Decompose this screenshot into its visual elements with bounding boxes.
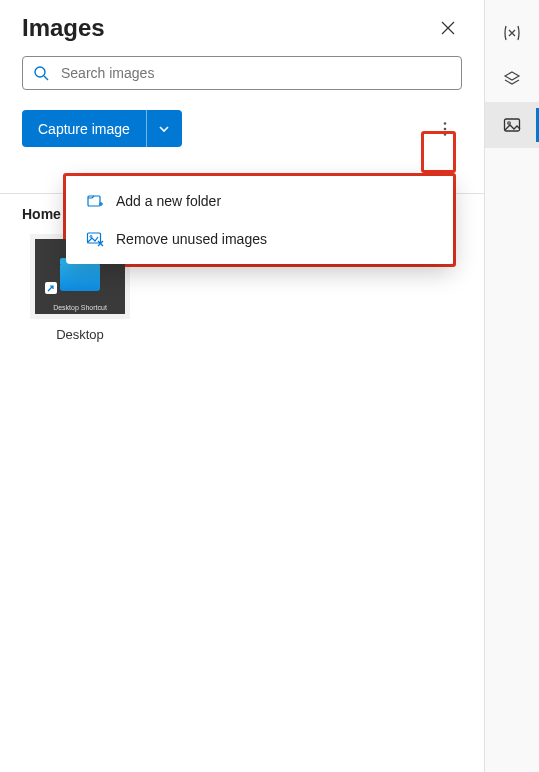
thumbnail-label: Desktop: [56, 327, 104, 342]
thumbnail-caption: Desktop Shortcut: [35, 304, 125, 311]
more-options-menu: Add a new folder Remove unused images: [66, 176, 453, 264]
svg-point-2: [444, 122, 447, 125]
rail-item-variables[interactable]: [485, 10, 539, 56]
svg-point-13: [508, 122, 511, 125]
menu-item-remove-unused[interactable]: Remove unused images: [66, 220, 453, 258]
search-icon: [33, 65, 49, 81]
svg-point-4: [444, 133, 447, 136]
search-input[interactable]: [59, 64, 451, 82]
rail-item-images[interactable]: [485, 102, 539, 148]
menu-item-label: Add a new folder: [116, 193, 221, 209]
menu-item-add-folder[interactable]: Add a new folder: [66, 182, 453, 220]
capture-image-label: Capture image: [22, 110, 146, 147]
capture-image-dropdown[interactable]: [146, 110, 182, 147]
search-input-container[interactable]: [22, 56, 462, 90]
close-button[interactable]: [434, 14, 462, 42]
rail-item-layers[interactable]: [485, 56, 539, 102]
svg-point-9: [90, 236, 92, 238]
folder-add-icon: [86, 192, 104, 210]
svg-point-0: [35, 67, 45, 77]
svg-line-1: [44, 76, 48, 80]
variables-icon: [502, 23, 522, 43]
chevron-down-icon: [158, 123, 170, 135]
more-options-button[interactable]: [428, 112, 462, 146]
more-vertical-icon: [438, 121, 452, 137]
svg-point-3: [444, 127, 447, 130]
menu-item-label: Remove unused images: [116, 231, 267, 247]
right-rail: [485, 0, 539, 772]
image-icon: [502, 115, 522, 135]
folder-icon: [60, 263, 100, 291]
layers-icon: [502, 69, 522, 89]
shortcut-arrow-icon: [45, 282, 57, 294]
image-remove-icon: [86, 230, 104, 248]
capture-image-button[interactable]: Capture image: [22, 110, 182, 147]
panel-title: Images: [22, 14, 105, 42]
svg-rect-12: [505, 119, 520, 131]
close-icon: [441, 21, 455, 35]
